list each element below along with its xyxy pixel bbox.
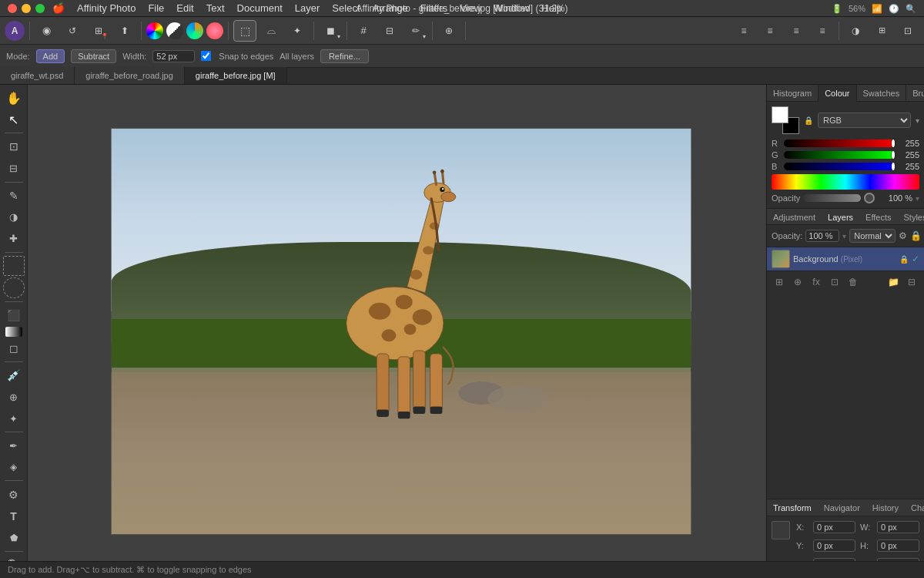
tab-giraffe-wt[interactable]: giraffe_wt.psd xyxy=(0,67,75,84)
opacity-expand-icon[interactable]: ▾ xyxy=(916,194,919,203)
menu-text[interactable]: Text xyxy=(200,0,231,17)
expand-icon[interactable]: ▾ xyxy=(916,116,919,125)
subtract-mode-button[interactable]: Subtract xyxy=(71,49,116,63)
view-mode-button[interactable]: ◉ xyxy=(35,20,58,42)
h-input[interactable] xyxy=(877,539,919,552)
guides-button[interactable]: ⊟ xyxy=(378,20,401,42)
tab-giraffe-road[interactable]: giraffe_before_road.jpg xyxy=(75,67,185,84)
foreground-color-swatch[interactable] xyxy=(772,106,788,123)
selection-magic-button[interactable]: ✦ xyxy=(286,20,309,42)
new-folder-button[interactable]: 📁 xyxy=(886,274,901,290)
node-tool[interactable]: ◈ xyxy=(3,457,25,477)
menu-affinity-photo[interactable]: Affinity Photo xyxy=(71,0,142,17)
channels-tab[interactable]: Channels xyxy=(905,499,924,516)
search-icon[interactable]: 🔍 xyxy=(906,4,916,14)
mask-button[interactable]: ⊡ xyxy=(827,274,842,290)
color-model-select[interactable]: RGB xyxy=(818,113,911,128)
fill-tool[interactable]: ⬛ xyxy=(3,304,25,324)
menu-layer[interactable]: Layer xyxy=(289,0,326,17)
layer-lock-button[interactable]: 🔒 xyxy=(910,228,922,244)
add-mode-button[interactable]: Add xyxy=(36,49,65,63)
effects-layer-button[interactable]: fx xyxy=(808,274,824,290)
fill-button[interactable]: ◼▾ xyxy=(319,20,342,42)
transform-tab[interactable]: Transform xyxy=(767,499,818,516)
share-button[interactable]: ⬆ xyxy=(113,20,136,42)
fg-bg-swatches[interactable] xyxy=(772,106,799,134)
styles-tab[interactable]: Styles xyxy=(898,209,925,226)
canvas-area[interactable] xyxy=(28,85,766,578)
history-button[interactable]: ↺ xyxy=(61,20,84,42)
opacity-knob[interactable] xyxy=(864,193,875,203)
persona-button[interactable]: A xyxy=(5,21,25,41)
expand-button[interactable]: ⊡ xyxy=(896,20,919,42)
color-wheel-button[interactable] xyxy=(146,22,163,39)
layers-tab[interactable]: Layers xyxy=(822,209,859,226)
y-input[interactable] xyxy=(813,539,855,552)
x-input[interactable] xyxy=(813,521,855,533)
layer-settings-button[interactable]: ⚙ xyxy=(899,228,907,244)
hand-tool[interactable]: ✋ xyxy=(3,88,25,108)
gradient-tool[interactable] xyxy=(5,327,22,337)
paint-brush-tool[interactable]: ✎ xyxy=(3,186,25,206)
delete-layer-button[interactable]: 🗑 xyxy=(845,274,861,290)
align-center-button[interactable]: ≡ xyxy=(758,20,782,42)
blend-mode-select[interactable]: Normal xyxy=(849,229,896,243)
align-right-button[interactable]: ≡ xyxy=(785,20,808,42)
tab-giraffe-before[interactable]: giraffe_before.jpg [M] xyxy=(185,67,287,84)
snap-checkbox[interactable] xyxy=(201,51,211,61)
healing-brush-tool[interactable]: ✚ xyxy=(3,229,25,249)
duplicate-layer-button[interactable]: ⊟ xyxy=(904,274,919,290)
history-tab[interactable]: History xyxy=(866,499,905,516)
brush-options-button[interactable]: ✏▾ xyxy=(404,20,427,42)
selection-tool[interactable] xyxy=(3,256,25,276)
clone-source-button[interactable]: ⊕ xyxy=(437,20,460,42)
background-layer-row[interactable]: Background (Pixel) 🔒 ✓ xyxy=(767,247,924,271)
align-left-button[interactable]: ≡ xyxy=(732,20,755,42)
color-balance-button[interactable] xyxy=(186,22,203,39)
swatches-tab[interactable]: Swatches xyxy=(857,85,907,102)
grid-button[interactable]: # xyxy=(352,20,375,42)
text-tool[interactable]: T xyxy=(3,506,25,526)
transform-tool[interactable]: ⊟ xyxy=(3,158,25,178)
menu-file[interactable]: File xyxy=(142,0,170,17)
blend-button[interactable]: ◑ xyxy=(844,20,867,42)
w-input[interactable] xyxy=(877,521,919,533)
navigator-tab[interactable]: Navigator xyxy=(818,499,866,516)
crop-tool[interactable]: ⊡ xyxy=(3,136,25,156)
blue-slider[interactable] xyxy=(784,163,895,170)
color-temp-button[interactable] xyxy=(206,22,223,39)
shape-tool[interactable]: ⬟ xyxy=(3,528,25,548)
align-justify-button[interactable]: ≡ xyxy=(811,20,834,42)
freehand-selection-tool[interactable] xyxy=(3,277,25,297)
width-input[interactable] xyxy=(152,50,195,62)
effects-tab[interactable]: Effects xyxy=(859,209,897,226)
opacity-dropdown-icon[interactable]: ▾ xyxy=(842,232,846,240)
clone-tool[interactable]: ⊕ xyxy=(3,387,25,407)
move-tool[interactable]: ↖ xyxy=(3,109,25,129)
brushes-tab[interactable]: Brushes xyxy=(906,85,924,102)
selection-lasso-button[interactable]: ⌓ xyxy=(259,20,283,42)
opacity-slider[interactable] xyxy=(803,194,861,202)
erase-tool[interactable]: ◻ xyxy=(3,338,25,358)
layers-mode-icon[interactable]: ⊞ xyxy=(772,274,787,290)
adjustment-tab[interactable]: Adjustment xyxy=(767,209,822,226)
colour-tab[interactable]: Colour xyxy=(819,85,856,102)
layer-comp-button[interactable]: ⊞ xyxy=(870,20,893,42)
histogram-tab[interactable]: Histogram xyxy=(767,85,819,102)
smart-selection-tool[interactable]: ✦ xyxy=(3,408,25,428)
dodge-burn-tool[interactable]: ◑ xyxy=(3,207,25,227)
green-slider[interactable] xyxy=(784,151,895,159)
red-slider[interactable] xyxy=(784,139,895,147)
opacity-layers-input[interactable] xyxy=(805,230,839,242)
color-spectrum[interactable] xyxy=(772,174,919,190)
apple-menu[interactable]: 🍎 xyxy=(46,0,71,17)
new-layer-button[interactable]: ⊕ xyxy=(790,274,805,290)
refine-button[interactable]: Refine... xyxy=(320,49,369,63)
tone-button[interactable] xyxy=(166,22,183,39)
color-picker-tool[interactable]: 💉 xyxy=(3,365,25,385)
menu-edit[interactable]: Edit xyxy=(170,0,199,17)
pen-tool[interactable]: ✒ xyxy=(3,435,25,455)
snap-button[interactable]: ⊞📍 xyxy=(87,20,110,42)
settings-tool[interactable]: ⚙ xyxy=(3,484,25,504)
menu-document[interactable]: Document xyxy=(231,0,289,17)
